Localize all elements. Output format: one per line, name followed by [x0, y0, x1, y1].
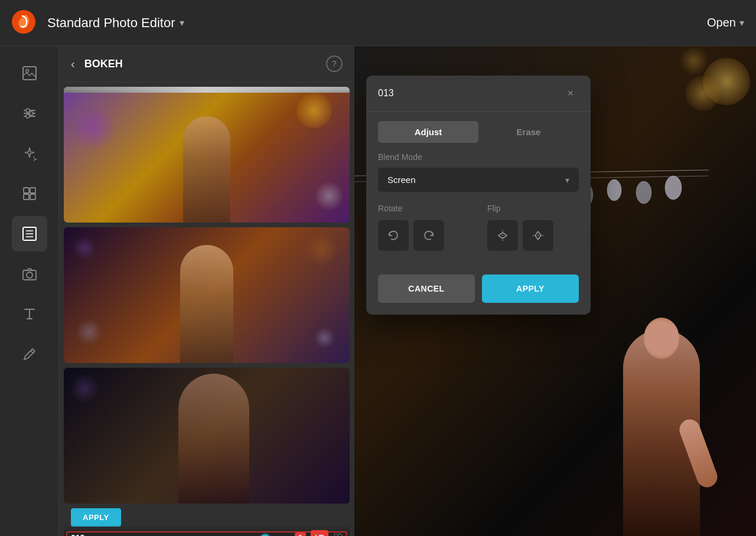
blend-mode-chevron-icon: ▾	[565, 175, 569, 185]
tab-erase[interactable]: Erase	[478, 121, 579, 143]
svg-line-19	[31, 351, 33, 353]
modal-tabs: Adjust Erase	[366, 112, 591, 152]
flip-vertical-button[interactable]	[523, 220, 553, 251]
modal-overlay: 013 × Adjust Erase Blend Mode Screen ▾	[354, 46, 756, 536]
rotate-label: Rotate	[378, 204, 470, 213]
panel: ‹ BOKEH ?	[59, 46, 354, 536]
list-item[interactable]	[64, 87, 350, 223]
app-title-area: Standard Photo Editor ▾	[47, 15, 707, 31]
card-label: 013	[71, 533, 290, 536]
svg-rect-10	[30, 188, 35, 193]
list-item[interactable]	[64, 227, 350, 363]
flip-horizontal-button[interactable]	[487, 220, 518, 251]
tab-adjust[interactable]: Adjust	[378, 121, 478, 143]
sidebar-item-brush[interactable]	[12, 336, 47, 372]
card-overlay: 013 1 ♡	[64, 524, 350, 536]
flip-buttons	[487, 220, 579, 251]
topbar: Standard Photo Editor ▾ Open ▾	[0, 0, 756, 46]
apply-button[interactable]: APPLY	[482, 274, 579, 303]
svg-rect-1	[23, 67, 36, 80]
open-chevron-icon: ▾	[739, 17, 744, 28]
svg-point-7	[30, 112, 33, 115]
sidebar-item-text[interactable]	[12, 296, 47, 332]
panel-header: ‹ BOKEH ?	[59, 46, 354, 82]
svg-rect-11	[24, 194, 29, 200]
sidebar-item-gallery[interactable]	[12, 55, 47, 91]
items-list: 013 1 ♡ APPLY	[59, 82, 354, 536]
back-button[interactable]: ‹	[71, 57, 75, 71]
modal-body: Blend Mode Screen ▾ Rotate	[366, 152, 591, 274]
sidebar-item-grid[interactable]	[12, 176, 47, 211]
svg-point-8	[26, 115, 30, 118]
modal-title: 013	[378, 88, 394, 99]
svg-rect-12	[30, 194, 35, 200]
modal-header: 013 ×	[366, 76, 591, 112]
flip-label: Flip	[487, 204, 579, 213]
sidebar-item-magic[interactable]	[12, 136, 47, 171]
svg-rect-9	[24, 188, 29, 193]
app-title: Standard Photo Editor	[47, 15, 175, 31]
card-badge: 1	[295, 532, 306, 536]
blend-mode-value: Screen	[387, 175, 416, 185]
open-button[interactable]: Open ▾	[707, 16, 744, 30]
blend-mode-label: Blend Mode	[378, 152, 579, 162]
modal-close-button[interactable]: ×	[562, 85, 579, 102]
blend-mode-dropdown[interactable]: Screen ▾	[378, 168, 579, 192]
modal-dialog: 013 × Adjust Erase Blend Mode Screen ▾	[366, 76, 591, 315]
app-logo[interactable]	[12, 10, 47, 36]
modal-actions: CANCEL APPLY	[366, 274, 591, 315]
icon-bar	[0, 46, 59, 536]
cancel-button[interactable]: CANCEL	[378, 274, 475, 303]
sidebar-item-adjustments[interactable]	[12, 96, 47, 131]
list-item[interactable]: 013 1 ♡ APPLY	[64, 368, 350, 536]
controls-row: Rotate	[378, 204, 579, 251]
svg-point-2	[25, 70, 28, 73]
help-button[interactable]: ?	[326, 55, 343, 72]
main-area: ‹ BOKEH ?	[0, 46, 756, 536]
heart-icon[interactable]: ♡	[333, 531, 343, 536]
open-label: Open	[707, 16, 736, 30]
svg-point-6	[26, 109, 30, 112]
sidebar-item-bokeh[interactable]	[12, 216, 47, 251]
rotate-cw-button[interactable]	[413, 220, 444, 251]
canvas-area: 013 × Adjust Erase Blend Mode Screen ▾	[354, 46, 756, 536]
flip-group: Flip	[487, 204, 579, 251]
rotate-buttons	[378, 220, 470, 251]
adjust-icon-button[interactable]	[311, 530, 328, 536]
rotate-ccw-button[interactable]	[378, 220, 409, 251]
panel-title: BOKEH	[84, 58, 317, 70]
app-title-chevron-icon[interactable]: ▾	[180, 17, 184, 28]
svg-point-18	[27, 272, 32, 278]
sidebar-item-camera[interactable]	[12, 256, 47, 292]
rotate-group: Rotate	[378, 204, 470, 251]
